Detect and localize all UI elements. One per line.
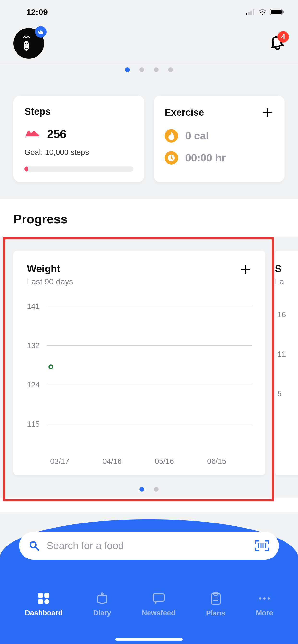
x-tick: 05/16 bbox=[151, 457, 178, 466]
nav-label: Newsfeed bbox=[142, 609, 175, 617]
svg-point-32 bbox=[101, 593, 103, 595]
progress-carousel-dots[interactable] bbox=[0, 482, 298, 498]
diary-icon bbox=[96, 592, 109, 605]
progress-dot-2[interactable] bbox=[154, 487, 159, 492]
weight-progress-card[interactable]: Weight Last 90 days 141 132 bbox=[14, 250, 265, 475]
notification-count-badge: 4 bbox=[277, 31, 289, 43]
y-tick: 115 bbox=[27, 420, 47, 428]
svg-point-38 bbox=[259, 597, 261, 600]
bottom-nav: Dashboard Diary Newsfeed bbox=[0, 582, 298, 637]
home-indicator[interactable] bbox=[115, 638, 183, 641]
svg-rect-6 bbox=[283, 11, 284, 13]
peek-title: S bbox=[275, 263, 298, 274]
nav-more[interactable]: More bbox=[256, 592, 273, 617]
weight-card-title: Weight bbox=[27, 263, 73, 274]
peek-y-tick: 5 bbox=[277, 389, 282, 398]
add-weight-button[interactable] bbox=[239, 263, 252, 276]
svg-rect-5 bbox=[271, 10, 282, 14]
dot-2[interactable] bbox=[139, 67, 144, 72]
peek-subtitle: La bbox=[275, 277, 298, 286]
notifications-button[interactable]: 4 bbox=[269, 36, 284, 52]
bottom-area: Search for a food bbox=[0, 520, 298, 644]
flame-icon bbox=[165, 129, 178, 142]
clock-icon bbox=[165, 151, 178, 164]
steps-card-title: Steps bbox=[25, 106, 133, 117]
steps-progress-fill bbox=[25, 166, 28, 172]
plus-icon bbox=[241, 264, 250, 274]
weight-chart: 141 132 124 115 03/17 04/16 05/16 06/15 bbox=[27, 300, 252, 466]
svg-rect-1 bbox=[248, 12, 249, 15]
profile-avatar[interactable] bbox=[14, 28, 45, 59]
wifi-icon bbox=[258, 9, 267, 15]
svg-line-22 bbox=[36, 547, 38, 550]
progress-carousel[interactable]: Weight Last 90 days 141 132 bbox=[0, 237, 298, 498]
plans-icon bbox=[210, 592, 221, 605]
progress-section-title: Progress bbox=[0, 212, 298, 237]
nav-label: Dashboard bbox=[25, 609, 63, 617]
add-exercise-button[interactable] bbox=[261, 106, 273, 118]
peek-y-tick: 11 bbox=[277, 350, 286, 359]
peek-y-tick: 16 bbox=[277, 310, 286, 319]
exercise-calories: 0 cal bbox=[185, 130, 209, 142]
svg-rect-30 bbox=[38, 599, 43, 604]
progress-dot-1[interactable] bbox=[139, 487, 144, 492]
svg-rect-29 bbox=[44, 593, 49, 598]
search-placeholder: Search for a food bbox=[47, 540, 255, 552]
shoe-icon bbox=[25, 128, 41, 140]
premium-badge-icon bbox=[35, 26, 47, 38]
svg-rect-28 bbox=[38, 593, 43, 598]
status-bar: 12:09 bbox=[0, 0, 298, 24]
dashboard-icon bbox=[37, 592, 50, 605]
nav-label: Diary bbox=[93, 609, 111, 617]
y-tick: 132 bbox=[27, 341, 47, 350]
steps-progress-bar bbox=[25, 166, 133, 172]
y-tick: 141 bbox=[27, 302, 47, 311]
dot-4[interactable] bbox=[168, 67, 173, 72]
battery-icon bbox=[270, 8, 284, 15]
exercise-card[interactable]: Exercise 0 cal bbox=[154, 96, 284, 182]
dot-1[interactable] bbox=[125, 67, 130, 72]
summary-cards-row: Steps 256 Goal: 10,000 steps Exercise bbox=[0, 77, 298, 199]
app-header: 4 bbox=[0, 24, 298, 64]
more-icon bbox=[258, 592, 271, 605]
svg-point-40 bbox=[267, 597, 270, 600]
svg-rect-3 bbox=[253, 9, 254, 15]
nav-newsfeed[interactable]: Newsfeed bbox=[142, 592, 175, 617]
x-tick: 06/15 bbox=[203, 457, 230, 466]
exercise-card-title: Exercise bbox=[165, 107, 204, 118]
nav-dashboard[interactable]: Dashboard bbox=[25, 592, 63, 617]
status-icons bbox=[246, 8, 284, 15]
plus-icon bbox=[262, 108, 272, 117]
top-carousel-dots[interactable] bbox=[0, 64, 298, 77]
y-tick: 124 bbox=[27, 380, 47, 389]
steps-goal-text: Goal: 10,000 steps bbox=[25, 148, 133, 157]
svg-point-39 bbox=[263, 597, 266, 600]
weight-card-subtitle: Last 90 days bbox=[27, 277, 73, 286]
nav-label: More bbox=[256, 609, 273, 617]
svg-point-9 bbox=[27, 43, 28, 44]
nav-label: Plans bbox=[206, 609, 225, 617]
search-icon bbox=[29, 540, 39, 551]
svg-point-8 bbox=[25, 43, 26, 44]
steps-count: 256 bbox=[47, 128, 66, 141]
nav-diary[interactable]: Diary bbox=[93, 592, 111, 617]
exercise-duration: 00:00 hr bbox=[185, 152, 226, 164]
next-progress-card-peek[interactable]: S La 16 11 5 bbox=[275, 250, 298, 475]
weight-data-point bbox=[49, 364, 53, 369]
progress-section: Progress Weight Last 90 days bbox=[0, 199, 298, 512]
status-time: 12:09 bbox=[26, 8, 48, 17]
nav-plans[interactable]: Plans bbox=[206, 592, 225, 617]
svg-point-31 bbox=[44, 599, 49, 604]
svg-rect-0 bbox=[246, 14, 247, 15]
x-tick: 04/16 bbox=[99, 457, 125, 466]
dot-3[interactable] bbox=[154, 67, 159, 72]
food-search-bar[interactable]: Search for a food bbox=[19, 532, 279, 560]
barcode-scan-icon[interactable] bbox=[255, 540, 269, 552]
x-tick: 03/17 bbox=[47, 457, 73, 466]
steps-card[interactable]: Steps 256 Goal: 10,000 steps bbox=[14, 96, 144, 182]
svg-rect-33 bbox=[153, 594, 164, 601]
cell-signal-icon bbox=[246, 8, 255, 15]
newsfeed-icon bbox=[152, 592, 166, 605]
svg-rect-2 bbox=[250, 10, 252, 15]
